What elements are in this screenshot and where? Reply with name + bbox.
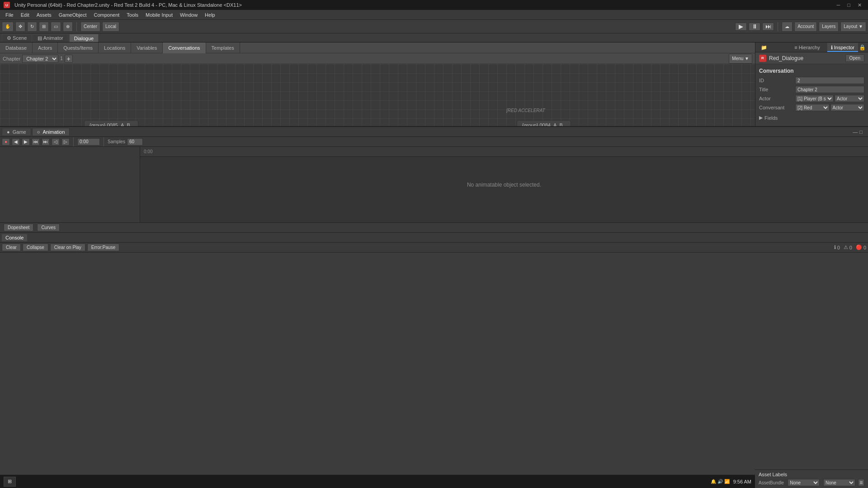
fields-toggle[interactable]: ▶ Fields — [759, 113, 864, 122]
workspace: Database Actors Quests/Items Locations V… — [0, 42, 868, 253]
layout-button[interactable]: Layout ▼ — [840, 22, 866, 32]
account-button[interactable]: Account — [794, 22, 817, 32]
menu-help[interactable]: Help — [201, 11, 219, 19]
menu-mobile-input[interactable]: Mobile Input — [142, 11, 176, 19]
dopesheet-btn[interactable]: Dopesheet — [4, 224, 33, 231]
lock-btn[interactable]: 🔒 — [858, 43, 866, 52]
info-count: ℹ 0 — [834, 244, 840, 250]
tab-game[interactable]: ● Game — [2, 128, 31, 136]
maximize-bottom-icon[interactable]: □ — [859, 129, 863, 135]
bottom-panel-controls: — □ — [853, 129, 866, 135]
tool-transform[interactable]: ⊕ — [63, 22, 73, 32]
dialogue-canvas[interactable]: [RED ACCELERAT MASH [CCELERATING] [POLIC… — [0, 64, 755, 126]
anim-prev-frame-btn[interactable]: ⏮ — [32, 138, 40, 145]
info-count-val: 0 — [837, 245, 840, 250]
menu-tools[interactable]: Tools — [123, 11, 142, 19]
tab-locations[interactable]: Locations — [99, 42, 131, 53]
anim-record-btn[interactable]: ● — [2, 138, 10, 145]
chapter-add-btn[interactable]: + — [65, 55, 73, 63]
anim-frame-fwd-btn[interactable]: ▷ — [61, 138, 70, 145]
tool-scale[interactable]: ⊞ — [39, 22, 49, 32]
minimize-bottom-icon[interactable]: — — [853, 129, 858, 135]
actor-type-select[interactable]: Actor — [835, 95, 864, 102]
node-group-0084[interactable]: {group} 0084_A_B_ — [517, 120, 571, 126]
separator-1 — [76, 22, 77, 31]
anim-toolbar: ● ◀ ▶ ⏮ ⏭ ◁ ▷ Samples — [0, 137, 868, 147]
id-input[interactable] — [795, 77, 864, 84]
start-btn[interactable]: ⊞ — [4, 477, 16, 487]
anim-prev-key-btn[interactable]: ◀ — [12, 138, 20, 145]
tab-variables[interactable]: Variables — [131, 42, 163, 53]
clear-on-play-btn[interactable]: Clear on Play — [50, 244, 85, 251]
tool-rect[interactable]: ▭ — [51, 22, 61, 32]
tool-move[interactable]: ✥ — [15, 22, 25, 32]
chapter-bar: Chapter Chapter 2 1 + Menu ▼ — [0, 53, 755, 64]
anim-empty-msg: No animatable object selected. — [467, 182, 541, 188]
folder-icon: 📁 — [761, 45, 767, 50]
local-toggle[interactable]: Local — [102, 22, 119, 32]
inspector-content: Conversation ID Title Actor [1] Player (… — [755, 64, 868, 126]
minimize-btn[interactable]: ─ — [834, 2, 843, 8]
menu-btn[interactable]: Menu ▼ — [729, 54, 752, 64]
dialogue-editor: Database Actors Quests/Items Locations V… — [0, 42, 755, 126]
window-controls[interactable]: ─ □ ✕ — [834, 2, 864, 8]
tab-actors[interactable]: Actors — [33, 42, 58, 53]
anim-play-btn[interactable]: ▶ — [22, 138, 30, 145]
bundle-select[interactable]: None — [788, 479, 820, 486]
asset-labels-panel: Asset Labels AssetBundle None None ≡ — [755, 469, 868, 488]
menu-window[interactable]: Window — [176, 11, 201, 19]
maximize-btn[interactable]: □ — [844, 2, 853, 8]
right-tabs: 📁Project ≡Hierarchy ℹInspector — [757, 43, 858, 52]
tab-console[interactable]: Console — [2, 234, 27, 241]
conversant-select[interactable]: [2] Red — [795, 104, 830, 111]
bundle-variant-select[interactable]: None — [823, 479, 855, 486]
tab-database[interactable]: Database — [0, 42, 33, 53]
menu-file[interactable]: File — [2, 11, 17, 19]
tool-hand[interactable]: ✋ — [2, 22, 14, 32]
console-label: Console — [5, 235, 24, 240]
play-button[interactable]: ▶ — [735, 23, 747, 31]
tab-templates[interactable]: Templates — [206, 42, 240, 53]
close-btn[interactable]: ✕ — [855, 2, 864, 8]
workspace-bottom: ● Game ○ Animation — □ ● ◀ ▶ ⏮ ⏭ ◁ ▷ Sam — [0, 126, 868, 253]
anim-timeline: 0:00 No animatable object selected. — [140, 147, 868, 222]
anim-next-frame-btn[interactable]: ⏭ — [42, 138, 50, 145]
title-input[interactable] — [795, 86, 864, 93]
conversant-type-select[interactable]: Actor — [830, 104, 865, 111]
tab-quests[interactable]: Quests/Items — [58, 42, 99, 53]
tab-dialogue[interactable]: Dialogue — [69, 34, 99, 42]
tab-animator[interactable]: ▤ Animator — [33, 34, 68, 42]
bundle-menu-btn[interactable]: ≡ — [858, 479, 864, 486]
anim-frame-back-btn[interactable]: ◁ — [52, 138, 60, 145]
chapter-select[interactable]: Chapter 2 — [22, 55, 58, 63]
menu-gameobject[interactable]: GameObject — [55, 11, 90, 19]
tab-conversations[interactable]: Conversations — [163, 42, 206, 53]
samples-input[interactable] — [127, 138, 143, 145]
menu-edit[interactable]: Edit — [17, 11, 33, 19]
pause-button[interactable]: ⏸ — [749, 23, 760, 31]
info-icon: ℹ — [834, 244, 836, 250]
curves-btn[interactable]: Curves — [37, 224, 60, 231]
tab-project[interactable]: 📁Project — [757, 43, 787, 52]
anim-time-input[interactable] — [77, 138, 100, 145]
actor-select[interactable]: [1] Player (B s — [795, 95, 834, 102]
tab-scene[interactable]: ⚙ Scene — [2, 34, 32, 42]
anim-icon: ○ — [37, 129, 40, 135]
menu-assets[interactable]: Assets — [33, 11, 55, 19]
node-group-0085[interactable]: {group} 0085_A_B_ — [84, 120, 138, 126]
open-asset-btn[interactable]: Open — [845, 54, 864, 62]
tab-inspector[interactable]: ℹInspector — [827, 43, 858, 52]
layers-button[interactable]: Layers — [819, 22, 839, 32]
step-button[interactable]: ⏭ — [762, 23, 774, 31]
collapse-btn[interactable]: Collapse — [23, 244, 48, 251]
menu-component[interactable]: Component — [90, 11, 123, 19]
clear-btn[interactable]: Clear — [2, 244, 21, 251]
tab-hierarchy[interactable]: ≡Hierarchy — [791, 43, 824, 52]
cloud-button[interactable]: ☁ — [782, 22, 793, 32]
tab-animation[interactable]: ○ Animation — [32, 128, 70, 136]
right-panel: 📁Project ≡Hierarchy ℹInspector 🔒 R Red_D… — [755, 42, 868, 126]
taskbar: ⊞ 🔔 🔊 📶 9:56 AM — [0, 474, 755, 488]
center-toggle[interactable]: Center — [80, 22, 100, 32]
error-pause-btn[interactable]: Error:Pause — [87, 244, 119, 251]
tool-rotate[interactable]: ↻ — [27, 22, 37, 32]
